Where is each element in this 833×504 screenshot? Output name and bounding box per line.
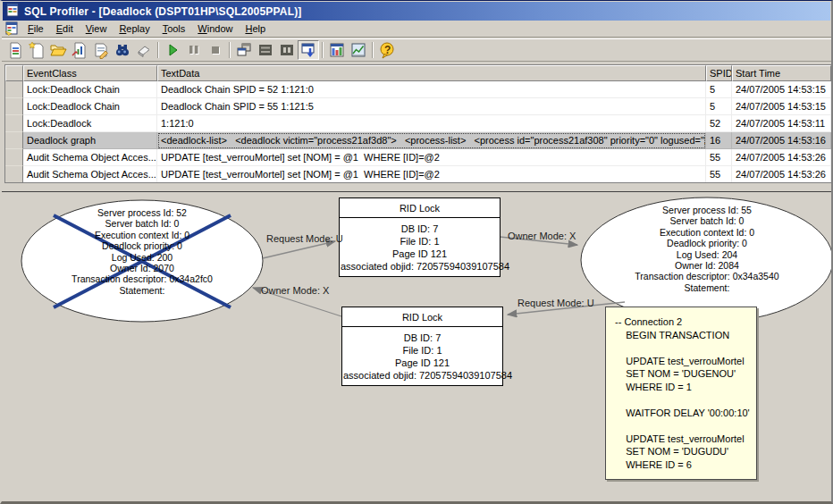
titlebar[interactable]: SQL Profiler - [Deadlock (DSPT01HP\SQL20… <box>3 2 830 21</box>
svg-text:?: ? <box>384 44 391 56</box>
cell-textdata: UPDATE [test_verrouMortel] set [NOM] = @… <box>157 149 706 166</box>
lock-title: RID Lock <box>340 198 500 218</box>
toolbar-separator <box>157 42 159 58</box>
table-row[interactable]: Lock:Deadlock Chain Deadlock Chain SPID … <box>5 81 831 98</box>
row-selector <box>5 81 23 98</box>
toolbar: ? <box>2 38 831 62</box>
row-selector <box>5 115 23 132</box>
stop-replay-icon[interactable] <box>205 40 226 60</box>
edge-label-owner-bottom: Owner Mode: X <box>261 285 329 296</box>
cell-starttime: 24/07/2005 14:53:15 <box>732 81 831 98</box>
cell-textdata: <deadlock-list> <deadlock victim="proces… <box>157 132 706 149</box>
new-trace-icon[interactable] <box>4 40 26 60</box>
start-replay-icon[interactable] <box>162 40 183 60</box>
statement-tooltip: -- Connection 2 BEGIN TRANSACTION UPDATE… <box>605 307 757 480</box>
row-selector <box>5 98 23 115</box>
deadlock-graph-pane: Server process Id: 52 Server batch Id: 0… <box>2 191 831 501</box>
menubar: File Edit View Replay Tools Window Help <box>2 21 831 38</box>
menu-file[interactable]: File <box>21 21 50 36</box>
cell-starttime: 24/07/2005 14:53:16 <box>732 132 831 149</box>
menu-window[interactable]: Window <box>191 21 239 36</box>
toolbar-separator <box>372 42 374 58</box>
cell-starttime: 24/07/2005 14:53:11 <box>732 115 831 132</box>
process-52-details: Server process Id: 52 Server batch Id: 0… <box>17 207 267 296</box>
open-folder-icon[interactable] <box>47 40 69 60</box>
window-title: SQL Profiler - [Deadlock (DSPT01HP\SQL20… <box>24 5 302 18</box>
cell-starttime: 24/07/2005 14:53:26 <box>732 149 831 166</box>
auto-scroll-icon[interactable] <box>298 40 319 60</box>
pause-replay-icon[interactable] <box>183 40 205 60</box>
organize-columns-icon[interactable] <box>326 40 348 60</box>
cell-spid: 52 <box>706 115 732 132</box>
cell-spid: 16 <box>706 132 732 149</box>
edge-label-owner-top: Owner Mode: X <box>508 231 576 241</box>
column-header-eventclass[interactable]: EventClass <box>23 65 157 81</box>
cell-spid: 5 <box>706 98 732 115</box>
menu-edit[interactable]: Edit <box>50 21 80 36</box>
cell-spid: 5 <box>706 81 732 98</box>
windowed-view-icon[interactable] <box>276 40 298 60</box>
row-selector <box>5 166 23 183</box>
new-document-icon[interactable] <box>26 40 47 60</box>
rid-lock-bottom[interactable]: RID Lock DB ID: 7 File ID: 1 Page ID 121… <box>341 307 503 386</box>
cell-textdata: UPDATE [test_verrouMortel] set [NOM] = @… <box>157 166 706 183</box>
app-icon <box>5 3 20 21</box>
rid-lock-top[interactable]: RID Lock DB ID: 7 File ID: 1 Page ID 121… <box>339 197 501 277</box>
column-header-textdata[interactable]: TextData <box>157 65 706 81</box>
table-row[interactable]: Audit Schema Object Acces... UPDATE [tes… <box>5 166 831 183</box>
lock-title: RID Lock <box>342 307 502 327</box>
pane-splitter[interactable] <box>2 183 831 191</box>
cell-textdata: Deadlock Chain SPID = 55 1:121:5 <box>157 98 706 115</box>
process-55-details: Server process Id: 55 Server batch Id: 0… <box>582 205 831 293</box>
cell-eventclass: Audit Schema Object Acces... <box>23 166 157 183</box>
table-header-row: EventClass TextData SPID Start Time <box>5 65 831 81</box>
row-selector-header <box>5 65 23 81</box>
open-trace-table-icon[interactable] <box>69 40 90 60</box>
table-row[interactable]: Lock:Deadlock 1:121:0 52 24/07/2005 14:5… <box>5 115 831 132</box>
lock-details: DB ID: 7 File ID: 1 Page ID 121 associat… <box>340 218 500 276</box>
cell-spid: 55 <box>706 149 732 166</box>
toolbar-separator <box>229 42 231 58</box>
row-selector <box>5 132 23 149</box>
menu-help[interactable]: Help <box>239 21 272 36</box>
menu-tools[interactable]: Tools <box>156 21 192 36</box>
menu-view[interactable]: View <box>80 21 114 36</box>
toolbar-separator <box>322 42 324 58</box>
table-row[interactable]: Audit Schema Object Acces... UPDATE [tes… <box>5 149 831 166</box>
find-icon[interactable] <box>112 40 133 60</box>
edge-label-request-top: Request Mode: U <box>266 233 343 244</box>
help-icon[interactable]: ? <box>376 40 398 60</box>
sql-profiler-window: SQL Profiler - [Deadlock (DSPT01HP\SQL20… <box>0 0 833 504</box>
cell-textdata: Deadlock Chain SPID = 52 1:121:0 <box>157 81 706 98</box>
grouped-view-icon[interactable] <box>233 40 255 60</box>
cell-eventclass: Lock:Deadlock Chain <box>23 81 157 98</box>
cell-textdata: 1:121:0 <box>157 115 706 132</box>
document-icon[interactable] <box>4 21 19 36</box>
table-row[interactable]: Lock:Deadlock Chain Deadlock Chain SPID … <box>5 98 831 115</box>
clear-trace-icon[interactable] <box>133 40 155 60</box>
aggregated-view-icon[interactable] <box>255 40 276 60</box>
cell-starttime: 24/07/2005 14:53:15 <box>732 98 831 115</box>
cell-eventclass: Deadlock graph <box>23 132 157 149</box>
column-header-spid[interactable]: SPID <box>706 65 732 81</box>
menu-replay[interactable]: Replay <box>113 21 156 36</box>
lock-details: DB ID: 7 File ID: 1 Page ID 121 associat… <box>342 327 502 385</box>
events-table: EventClass TextData SPID Start Time Lock… <box>4 64 832 183</box>
performance-chart-icon[interactable] <box>348 40 369 60</box>
column-header-starttime[interactable]: Start Time <box>732 65 831 81</box>
cell-spid: 55 <box>706 166 732 183</box>
cell-starttime: 24/07/2005 14:53:26 <box>732 166 831 183</box>
cell-eventclass: Lock:Deadlock Chain <box>23 98 157 115</box>
properties-icon[interactable] <box>90 40 112 60</box>
row-selector <box>5 149 23 166</box>
table-row-selected[interactable]: Deadlock graph <deadlock-list> <deadlock… <box>5 132 831 149</box>
cell-eventclass: Lock:Deadlock <box>23 115 157 132</box>
cell-eventclass: Audit Schema Object Acces... <box>23 149 157 166</box>
edge-label-request-bottom: Request Mode: U <box>517 298 594 308</box>
